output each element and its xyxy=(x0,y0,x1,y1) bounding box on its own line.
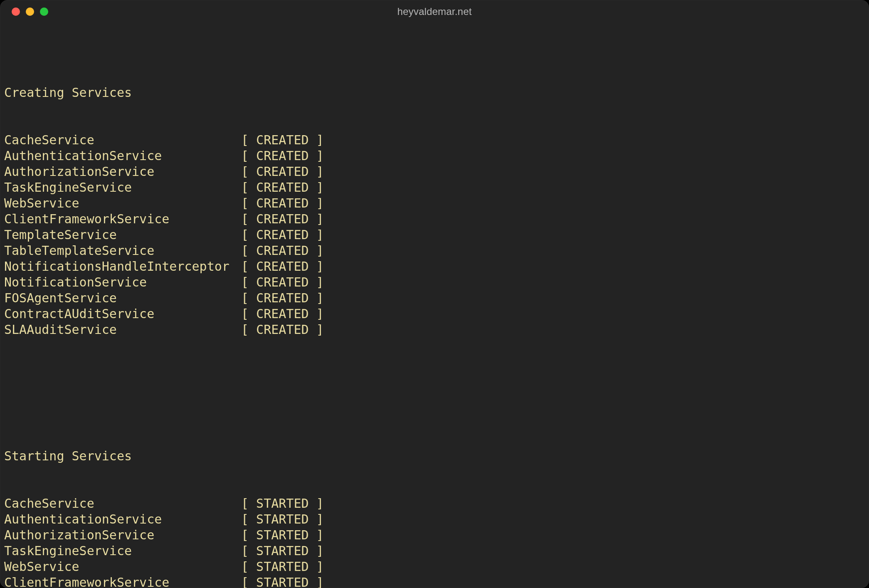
service-status: [ CREATED ] xyxy=(241,274,324,290)
service-row: ClientFrameworkService[ STARTED ] xyxy=(4,575,865,588)
service-status: [ STARTED ] xyxy=(241,496,324,511)
service-status: [ STARTED ] xyxy=(241,543,324,559)
service-status: [ STARTED ] xyxy=(241,575,324,588)
service-row: AuthenticationService[ CREATED ] xyxy=(4,148,865,164)
service-status: [ CREATED ] xyxy=(241,148,324,164)
service-row: TaskEngineService[ CREATED ] xyxy=(4,180,865,195)
service-status: [ CREATED ] xyxy=(241,180,324,195)
service-list-creating: CacheService[ CREATED ]AuthenticationSer… xyxy=(4,132,865,338)
service-row: AuthorizationService[ STARTED ] xyxy=(4,527,865,543)
service-name: TaskEngineService xyxy=(4,543,241,559)
service-row: ContractAUditService[ CREATED ] xyxy=(4,306,865,322)
service-name: AuthorizationService xyxy=(4,527,241,543)
service-name: ClientFrameworkService xyxy=(4,211,241,227)
service-row: TableTemplateService[ CREATED ] xyxy=(4,243,865,259)
service-row: NotificationsHandleInterceptor[ CREATED … xyxy=(4,259,865,274)
service-row: AuthorizationService[ CREATED ] xyxy=(4,164,865,180)
heading-starting: Starting Services xyxy=(4,448,865,464)
service-name: SLAAuditService xyxy=(4,322,241,338)
service-row: WebService[ STARTED ] xyxy=(4,559,865,575)
service-status: [ CREATED ] xyxy=(241,322,324,338)
service-row: TemplateService[ CREATED ] xyxy=(4,227,865,243)
service-row: ClientFrameworkService[ CREATED ] xyxy=(4,211,865,227)
blank-line xyxy=(4,385,865,401)
service-row: FOSAgentService[ CREATED ] xyxy=(4,290,865,306)
titlebar: heyvaldemar.net xyxy=(0,0,869,23)
zoom-icon[interactable] xyxy=(40,7,48,16)
service-name: WebService xyxy=(4,559,241,575)
service-status: [ STARTED ] xyxy=(241,527,324,543)
service-status: [ CREATED ] xyxy=(241,195,324,211)
service-name: AuthenticationService xyxy=(4,148,241,164)
service-name: AuthenticationService xyxy=(4,511,241,527)
service-list-starting: CacheService[ STARTED ]AuthenticationSer… xyxy=(4,496,865,588)
service-status: [ CREATED ] xyxy=(241,164,324,180)
service-name: CacheService xyxy=(4,496,241,511)
service-status: [ CREATED ] xyxy=(241,243,324,259)
service-row: CacheService[ STARTED ] xyxy=(4,496,865,511)
service-status: [ CREATED ] xyxy=(241,227,324,243)
service-status: [ STARTED ] xyxy=(241,511,324,527)
service-row: CacheService[ CREATED ] xyxy=(4,132,865,148)
minimize-icon[interactable] xyxy=(26,7,34,16)
service-name: ClientFrameworkService xyxy=(4,575,241,588)
window-title: heyvaldemar.net xyxy=(0,6,869,17)
service-name: ContractAUditService xyxy=(4,306,241,322)
service-row: SLAAuditService[ CREATED ] xyxy=(4,322,865,338)
service-name: WebService xyxy=(4,195,241,211)
terminal-output[interactable]: Creating Services CacheService[ CREATED … xyxy=(0,23,869,588)
heading-creating: Creating Services xyxy=(4,85,865,101)
service-name: NotificationsHandleInterceptor xyxy=(4,259,241,274)
service-row: TaskEngineService[ STARTED ] xyxy=(4,543,865,559)
service-row: WebService[ CREATED ] xyxy=(4,195,865,211)
service-row: AuthenticationService[ STARTED ] xyxy=(4,511,865,527)
service-status: [ CREATED ] xyxy=(241,259,324,274)
service-status: [ CREATED ] xyxy=(241,211,324,227)
service-name: CacheService xyxy=(4,132,241,148)
service-name: TaskEngineService xyxy=(4,180,241,195)
service-status: [ CREATED ] xyxy=(241,306,324,322)
service-name: AuthorizationService xyxy=(4,164,241,180)
service-status: [ CREATED ] xyxy=(241,132,324,148)
service-name: FOSAgentService xyxy=(4,290,241,306)
service-status: [ STARTED ] xyxy=(241,559,324,575)
service-row: NotificationService[ CREATED ] xyxy=(4,274,865,290)
close-icon[interactable] xyxy=(12,7,20,16)
service-name: TableTemplateService xyxy=(4,243,241,259)
service-name: TemplateService xyxy=(4,227,241,243)
service-status: [ CREATED ] xyxy=(241,290,324,306)
terminal-window: heyvaldemar.net Creating Services CacheS… xyxy=(0,0,869,588)
service-name: NotificationService xyxy=(4,274,241,290)
traffic-lights xyxy=(12,7,48,16)
